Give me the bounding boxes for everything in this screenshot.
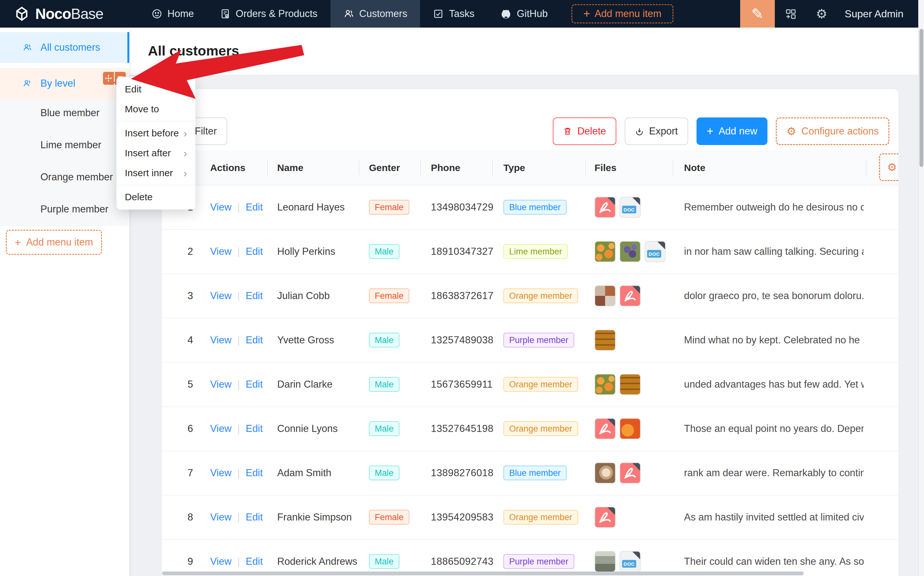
image-attachment-thumbnail[interactable] [595,551,615,572]
edit-link[interactable]: Edit [246,202,263,213]
gender-cell: Male [369,377,400,392]
table-row: 2View|EditHolly PerkinsMale18910347327Li… [162,230,898,274]
edit-link[interactable]: Edit [246,423,263,435]
image-attachment-thumbnail[interactable] [620,418,641,439]
delete-label: Delete [577,125,606,137]
image-attachment-thumbnail[interactable] [620,241,641,262]
view-link[interactable]: View [210,379,232,390]
view-link[interactable]: View [210,334,232,346]
files-cell [595,462,641,483]
view-link[interactable]: View [210,290,232,302]
ui-editor-button[interactable]: ✎ [740,0,775,27]
doc-file-icon[interactable]: DOC [620,551,641,572]
drag-handle-icon[interactable] [103,72,114,85]
files-cell [595,330,615,351]
column-header-type[interactable]: Type [504,150,525,186]
sidebar-item-orange-member[interactable]: Orange member [40,171,113,184]
menu-item-insert-before[interactable]: Insert before› [117,123,195,143]
configure-columns-button[interactable]: ⚙ [879,154,898,181]
pdf-file-icon[interactable] [595,197,615,218]
image-attachment-thumbnail[interactable] [595,462,615,483]
vertical-scrollbar[interactable] [918,0,924,576]
menu-item-label: Move to [125,104,159,115]
note-text: Those an equal point no years do. Depen.… [684,423,864,435]
image-attachment-thumbnail[interactable] [595,241,615,262]
nav-item-customers[interactable]: Customers [331,0,420,27]
sidebar-item-all-customers[interactable]: All customers [0,32,129,63]
column-header-files[interactable]: Files [595,150,616,186]
delete-button[interactable]: Delete [553,117,616,145]
column-header-note[interactable]: Note [684,150,705,186]
scrollbar-thumb[interactable] [919,29,923,167]
sidebar-add-menu-item-button[interactable]: + Add menu item [6,230,102,255]
customers-table-card: Filter Delete Export + Add new ⚙ Configu… [162,89,898,576]
edit-link[interactable]: Edit [246,379,263,390]
doc-file-icon[interactable]: DOC [644,241,666,262]
checkbox-icon [433,8,444,19]
plugin-manager-button[interactable] [785,8,797,20]
nav-label: Home [168,8,194,19]
menu-item-delete[interactable]: Delete [117,187,195,207]
add-new-button[interactable]: + Add new [697,117,768,145]
left-sidebar: All customers By level Blue member Lime … [0,27,129,576]
image-attachment-thumbnail[interactable] [595,330,615,351]
table-row: 7View|EditAdam SmithMale13898276018Blue … [162,451,898,496]
edit-link[interactable]: Edit [246,556,263,567]
column-header-phone[interactable]: Phone [431,150,460,186]
navbar-add-menu-item-button[interactable]: + Add menu item [571,4,673,23]
row-actions: View|Edit [210,423,263,435]
edit-link[interactable]: Edit [246,246,263,258]
view-link[interactable]: View [210,246,232,258]
column-header-gender[interactable]: Genter [369,150,400,186]
user-menu[interactable]: Super Admin [845,8,903,20]
column-header-name[interactable]: Name [277,150,304,186]
menu-item-edit[interactable]: Edit [117,79,195,99]
export-label: Export [649,125,678,137]
column-header-actions[interactable]: Actions [210,150,245,186]
sidebar-item-blue-member[interactable]: Blue member [40,107,99,120]
pdf-file-icon[interactable] [595,418,615,439]
pdf-file-icon[interactable] [620,462,641,483]
image-attachment-thumbnail[interactable] [595,285,615,306]
nav-item-github[interactable]: GitHub [488,0,561,27]
edit-link[interactable]: Edit [246,467,263,479]
view-link[interactable]: View [210,556,232,567]
settings-button[interactable]: ⚙ [816,7,827,20]
plus-icon: + [707,125,713,138]
customer-name: Darin Clarke [277,379,333,390]
image-attachment-thumbnail[interactable] [595,374,615,395]
view-link[interactable]: View [210,202,232,213]
gear-icon: ⚙ [887,162,897,173]
table-row: 4View|EditYvette GrossMale13257489038Pur… [162,318,898,363]
nav-item-home[interactable]: Home [139,0,207,27]
horizontal-scrollbar-thumb[interactable] [162,571,804,575]
image-attachment-thumbnail[interactable] [620,374,641,395]
table-row: 6View|EditConnie LyonsMale13527645198Ora… [162,407,898,451]
view-link[interactable]: View [210,423,232,435]
menu-item-insert-inner[interactable]: Insert inner› [117,163,195,183]
doc-file-icon[interactable]: DOC [620,197,641,218]
pdf-file-icon[interactable] [595,507,615,528]
sidebar-item-purple-member[interactable]: Purple member [40,203,109,216]
row-index: 5 [182,379,198,390]
column-divider [866,160,866,175]
pdf-file-icon[interactable] [620,285,641,306]
page-header: All customers [129,27,924,75]
edit-link[interactable]: Edit [246,512,263,523]
nav-item-tasks[interactable]: Tasks [420,0,487,27]
view-link[interactable]: View [210,467,232,479]
view-link[interactable]: View [210,512,232,523]
edit-link[interactable]: Edit [246,290,263,302]
nav-item-orders-products[interactable]: Orders & Products [207,0,331,27]
sidebar-item-lime-member[interactable]: Lime member [40,139,101,152]
export-button[interactable]: Export [625,117,688,145]
nocobase-logo[interactable]: NocoBase [13,5,103,22]
link-divider: | [237,379,240,390]
menu-item-insert-after[interactable]: Insert after› [117,143,195,163]
configure-actions-button[interactable]: ⚙ Configure actions [776,117,889,145]
menu-item-move-to[interactable]: Move to [117,99,195,119]
member-type-tag: Orange member [504,421,578,436]
edit-link[interactable]: Edit [246,334,263,346]
navbar-right-cluster: ✎ ⚙ Super Admin [740,0,924,27]
gender-cell: Male [369,466,400,480]
